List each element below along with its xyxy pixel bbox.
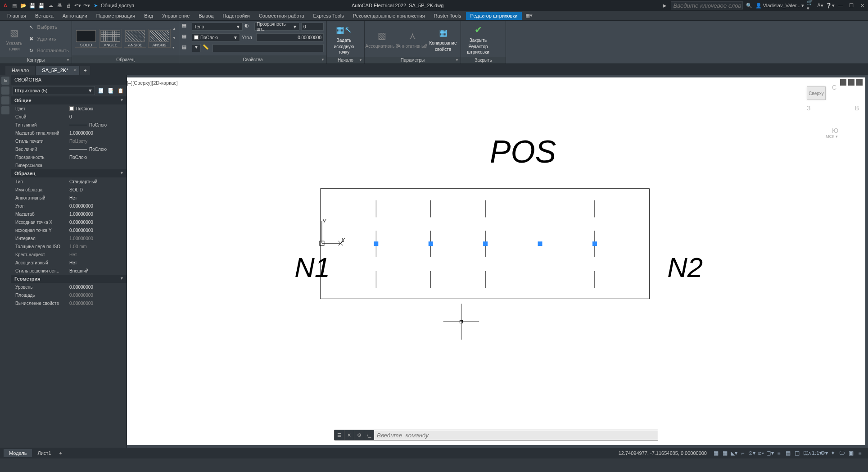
tab-raster[interactable]: Raster Tools [429,12,466,20]
match-props-button[interactable]: ▦Копированиесвойств [429,22,457,56]
tab-output[interactable]: Вывод [194,12,218,20]
pattern-scroll-down[interactable]: ▼ [172,36,176,40]
status-cycle-icon[interactable]: ◫ [792,449,801,458]
qat-cloud-icon[interactable]: ☁ [47,2,54,9]
prop-area[interactable]: 0.00000000 [69,293,127,298]
status-snapmode-icon[interactable]: ▦ [720,449,729,458]
status-transp-icon[interactable]: ▤ [783,449,792,458]
ribbon-extra-icon[interactable]: ▦▾ [524,12,533,19]
status-iso-icon[interactable]: ⧄▾ [756,449,765,458]
status-workspace-icon[interactable]: ✦ [828,449,837,458]
prop-plotstyle[interactable]: ПоЦвету [69,139,127,144]
status-coords[interactable]: 12.74094977, -7.11654685, 0.00000000 [619,450,707,456]
transparency-select[interactable]: Прозрачность шт...▼ [254,23,299,31]
side-fx-icon[interactable]: fx [1,77,9,85]
tab-insert[interactable]: Вставка [31,12,58,20]
help-icon[interactable]: ❔▾ [827,2,834,9]
viewcube-top[interactable]: Сверху [807,86,826,100]
group-general[interactable]: Общие▼ [11,96,127,104]
doc-tab-file[interactable]: SA_5P_2K*✕ [36,66,79,75]
group-geometry[interactable]: Геометрия▼ [11,275,127,283]
close-button[interactable]: ✕ [858,2,866,9]
prop-layer[interactable]: 0 [69,114,127,119]
prop-lineweight[interactable]: ПоСлою [69,147,127,152]
prop-transp[interactable]: ПоСлою [69,155,127,160]
select-objects-icon[interactable]: 📑 [107,86,115,95]
tab-model[interactable]: Модель [4,449,32,457]
status-osnap-icon[interactable]: ▢▾ [765,449,774,458]
doc-tab-start[interactable]: Начало [5,66,36,75]
qat-print-icon[interactable]: 🖨 [65,2,72,9]
pattern-angle[interactable]: ANGLE [99,29,122,48]
group-pattern[interactable]: Образец▼ [11,169,127,177]
prop-double[interactable]: Нет [69,252,127,257]
prop-color[interactable]: ПоСлою [69,106,127,111]
user-menu[interactable]: 👤 Vladislav_Valer...▾ [755,3,804,9]
search-icon[interactable]: 🔍 [746,2,753,9]
viewport-controls[interactable]: [–][Сверху][2D-каркас] [127,80,178,86]
wcs-label[interactable]: МСК ▾ [826,134,838,139]
pattern-ansi32[interactable]: ANSI32 [148,29,171,48]
qat-redo-icon[interactable]: ↷▾ [83,2,90,9]
close-editor-button[interactable]: ✔ Закрыть Редактор штриховки [464,22,493,56]
pattern-ansi31[interactable]: ANSI31 [124,29,146,48]
command-input[interactable] [374,430,658,440]
tab-annotate[interactable]: Аннотации [58,12,92,20]
status-ortho-icon[interactable]: ⌐ [738,449,747,458]
prop-linetype[interactable]: ПоСлою [69,123,127,127]
drawing-area[interactable]: [–][Сверху][2D-каркас] С Ю З В Сверху МС… [127,77,865,445]
pattern-scroll-up[interactable]: ▲ [172,27,176,31]
app-logo-icon[interactable]: A [2,2,9,9]
set-origin-button[interactable]: ▦↖ Задать исходную точку [330,22,358,56]
tab-manage[interactable]: Управление [158,12,194,20]
add-tab-button[interactable]: + [80,66,90,75]
prop-angle[interactable]: 0.00000000 [69,204,127,209]
restore-button[interactable]: ❐ [847,2,855,9]
transparency-input[interactable] [301,23,324,31]
tab-parametric[interactable]: Параметризация [92,12,140,20]
status-grid-icon[interactable]: ▦ [711,449,720,458]
status-gear-icon[interactable]: ⚙▾ [819,449,828,458]
side-layer-icon[interactable] [1,96,9,104]
side-sheet-icon[interactable] [1,86,9,95]
prop-isopen[interactable]: 1.00 mm [69,244,127,249]
prop-scale[interactable]: 1.00000000 [69,212,127,217]
search-play-icon[interactable]: ▶ [661,2,668,9]
tab-featured[interactable]: Рекомендованные приложения [348,12,429,20]
tab-collaborate[interactable]: Совместная работа [254,12,309,20]
prop-name[interactable]: SOLID [69,187,127,192]
prop-annot[interactable]: Нет [69,195,127,200]
cart-icon[interactable]: 🛒▾ [807,2,814,9]
tab-view[interactable]: Вид [140,12,158,20]
prop-spacing[interactable]: 1.00000000 [69,236,127,241]
prop-oy[interactable]: 0.00000000 [69,228,127,233]
tab-express[interactable]: Express Tools [309,12,348,20]
qat-save-icon[interactable]: 💾 [29,2,36,9]
prop-ox[interactable]: 0.00000000 [69,220,127,225]
close-tab-icon[interactable]: ✕ [73,68,77,73]
status-max-icon[interactable]: ▣ [846,449,855,458]
cmdline-customize-icon[interactable]: ⚙ [354,430,364,440]
tab-layout1[interactable]: Лист1 [32,449,56,457]
tab-addins[interactable]: Надстройки [218,12,254,20]
qat-plot-icon[interactable]: 🖶 [56,2,63,9]
toggle-pickadd-icon[interactable]: 📋 [117,86,125,95]
side-other-icon[interactable] [1,106,9,114]
hatch-color-select[interactable]: ПоСлою▼ [192,33,240,41]
qat-new-icon[interactable]: ▤ [11,2,18,9]
prop-island[interactable]: Внешний [69,268,127,273]
prop-assoc[interactable]: Нет [69,260,127,265]
viewcube[interactable]: С Ю З В Сверху МСК ▾ [807,86,856,136]
vp-max-icon[interactable] [848,79,854,86]
qat-saveas-icon[interactable]: 💾 [38,2,45,9]
angle-input[interactable] [256,33,324,41]
selection-type-select[interactable]: Штриховка (5)▼ [13,86,95,95]
keyword-search-input[interactable] [671,1,743,9]
share-icon[interactable]: ➤ [92,2,99,9]
quick-select-icon[interactable]: 🧾 [97,86,105,95]
status-infer-icon[interactable]: ◣▾ [729,449,738,458]
bgcolor-select[interactable]: ▼ [192,44,201,52]
prop-elev[interactable]: 0.00000000 [69,285,127,290]
pattern-solid[interactable]: SOLID [75,29,97,48]
autodesk-icon[interactable]: Å▾ [817,2,824,9]
